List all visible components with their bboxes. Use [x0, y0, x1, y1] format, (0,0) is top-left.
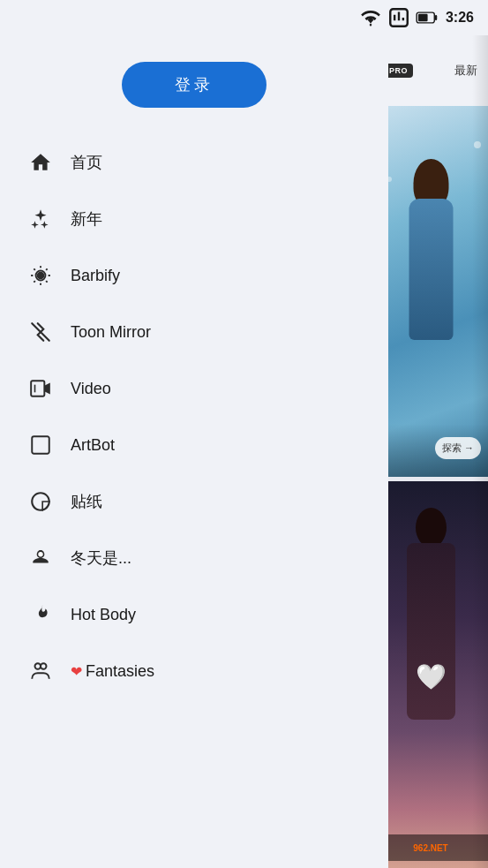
signal-icon [387, 6, 410, 29]
svg-rect-8 [31, 381, 44, 396]
sidebar-item-barbify[interactable]: Barbify [0, 247, 388, 304]
top-image-section: 探索 → [373, 106, 488, 477]
svg-point-11 [38, 552, 42, 556]
status-icons [359, 6, 439, 29]
sidebar-item-toonmirror[interactable]: Toon Mirror [0, 304, 388, 360]
sidebar-item-video[interactable]: Video [0, 360, 388, 417]
status-bar: 3:26 [0, 0, 488, 35]
newyear-label: 新年 [71, 208, 102, 230]
main-header: PRO 最新 [373, 35, 488, 106]
svg-rect-5 [435, 15, 437, 20]
watermark: 962.NET [373, 834, 488, 861]
sidebar-item-newyear[interactable]: 新年 [0, 191, 388, 247]
video-icon [26, 374, 55, 403]
sticker-icon [26, 487, 55, 516]
sidebar-item-hotbody[interactable]: Hot Body [0, 586, 388, 643]
svg-rect-9 [32, 436, 49, 454]
svg-point-13 [41, 663, 47, 669]
sidebar-content: 登录 首页 新年 Barbi [0, 0, 388, 708]
watermark-text: 962.NET [413, 843, 447, 853]
fantasies-label: ❤Fantasies [71, 662, 154, 681]
sidebar-item-home[interactable]: 首页 [0, 134, 388, 191]
artbot-label: ArtBot [71, 436, 115, 455]
main-content-panel: PRO 最新 探索 → 🤍 962.NET [373, 0, 488, 868]
video-label: Video [71, 380, 111, 398]
sunburst-icon [26, 261, 55, 290]
svg-point-7 [37, 272, 45, 280]
artbot-icon [26, 431, 55, 459]
winter-label: 冬天是... [71, 547, 131, 569]
sidebar-item-sticker[interactable]: 贴纸 [0, 473, 388, 530]
svg-rect-6 [418, 14, 428, 21]
status-time: 3:26 [446, 10, 474, 26]
login-button[interactable]: 登录 [122, 62, 267, 108]
sidebar-item-artbot[interactable]: ArtBot [0, 417, 388, 473]
sidebar-shadow [472, 0, 488, 868]
sticker-label: 贴纸 [71, 491, 102, 512]
menu-list: 首页 新年 Barbify Toon Mirr [0, 125, 388, 708]
heart-overlay: 🤍 [416, 662, 447, 691]
sparkle-icon [26, 205, 55, 233]
home-label: 首页 [71, 152, 102, 173]
sidebar-drawer: 登录 首页 新年 Barbi [0, 0, 388, 868]
toonmirror-label: Toon Mirror [71, 323, 151, 342]
fantasies-icon [26, 657, 55, 685]
home-icon [26, 148, 55, 177]
battery-icon [416, 6, 439, 29]
login-area: 登录 [0, 35, 388, 125]
toon-icon [26, 318, 55, 346]
wifi-icon [359, 6, 382, 29]
barbify-label: Barbify [71, 267, 120, 285]
winter-icon [26, 544, 55, 572]
heart-red-icon: ❤ [71, 663, 82, 680]
hotbody-label: Hot Body [71, 606, 136, 624]
bottom-image-section: 🤍 962.NET [373, 481, 488, 868]
sidebar-item-winter[interactable]: 冬天是... [0, 530, 388, 586]
hotbody-icon [26, 600, 55, 629]
sidebar-item-fantasies[interactable]: ❤Fantasies [0, 643, 388, 699]
